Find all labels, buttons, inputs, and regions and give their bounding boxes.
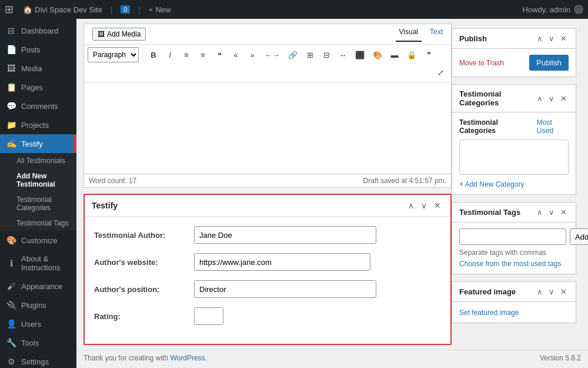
add-media-btn[interactable]: 🖼 Add Media bbox=[92, 28, 146, 41]
insert-btn[interactable]: ⊞ bbox=[303, 47, 317, 62]
sidebar-item-posts[interactable]: 📄 Posts bbox=[0, 40, 76, 59]
align-right-btn[interactable]: ←→ bbox=[262, 47, 283, 62]
add-new-category-link[interactable]: + Add New Category bbox=[459, 180, 524, 188]
author-input[interactable] bbox=[194, 226, 376, 244]
testify-submenu: All Testimonials Add New Testimonial Tes… bbox=[0, 153, 76, 231]
sidebar-item-testimonial-categories[interactable]: Testimonial Categories bbox=[0, 192, 76, 216]
align-left-btn[interactable]: « bbox=[229, 47, 243, 62]
tags-body: Add Separate tags with commas Choose fro… bbox=[452, 223, 576, 274]
quote-btn[interactable]: ❞ bbox=[422, 47, 436, 62]
featured-image-header: Featured image ∧ ∨ ✕ bbox=[452, 282, 576, 302]
tab-visual[interactable]: Visual bbox=[396, 26, 422, 42]
publish-title: Publish bbox=[459, 34, 487, 43]
metabox-header: Testify ∧ ∨ ✕ bbox=[85, 195, 450, 217]
wp-logo-icon[interactable]: ⊞ bbox=[5, 3, 14, 16]
tags-up-btn[interactable]: ∧ bbox=[535, 207, 544, 217]
testify-icon: ✍ bbox=[6, 139, 16, 148]
align-center-btn[interactable]: » bbox=[245, 47, 259, 62]
main-editor-area: 🖼 Add Media Visual Text Paragraph B bbox=[83, 24, 452, 345]
admin-bar: ⊞ 🏠 Divi Space Dev Site | 0 | + New Howd… bbox=[0, 0, 588, 19]
sidebar-item-plugins[interactable]: 🔌 Plugins bbox=[0, 296, 76, 314]
sidebar-item-about[interactable]: ℹ About & Instructions bbox=[0, 250, 76, 277]
set-featured-image-link[interactable]: Set featured image bbox=[459, 309, 519, 317]
hr-btn[interactable]: ▬ bbox=[387, 47, 402, 62]
editor-status-bar: Word count: 17 Draft saved at 4:51:57 pm… bbox=[83, 174, 452, 188]
comments-count[interactable]: 0 bbox=[121, 5, 130, 14]
toolbar-divider-1 bbox=[142, 49, 143, 61]
metabox-close-btn[interactable]: ✕ bbox=[432, 200, 443, 211]
howdy-section[interactable]: Howdy, admin bbox=[523, 5, 583, 14]
add-tag-btn[interactable]: Add bbox=[570, 228, 588, 245]
featured-image-ctrls: ∧ ∨ ✕ bbox=[535, 287, 569, 297]
tags-ctrls: ∧ ∨ ✕ bbox=[535, 207, 569, 217]
cat-tabs: Testimonial Categories Most Used bbox=[459, 118, 569, 135]
cat-up-btn[interactable]: ∧ bbox=[535, 94, 544, 104]
sidebar-item-settings[interactable]: ⚙ Settings bbox=[0, 352, 76, 368]
link-btn[interactable]: 🔗 bbox=[285, 47, 300, 62]
sidebar-item-testimonial-tags[interactable]: Testimonial Tags bbox=[0, 216, 76, 231]
editor-toolbar-wrap: 🖼 Add Media Visual Text Paragraph B bbox=[83, 24, 452, 83]
publish-body: Move to Trash Publish bbox=[452, 49, 576, 77]
sidebar-item-appearance[interactable]: 🖌 Appearance bbox=[0, 277, 76, 296]
bold-btn[interactable]: B bbox=[146, 47, 161, 62]
plus-icon: + bbox=[149, 5, 153, 14]
customize-icon: 🎨 bbox=[6, 236, 16, 245]
cat-close-btn[interactable]: ✕ bbox=[559, 94, 569, 104]
draft-saved: Draft saved at 4:51:57 pm. bbox=[363, 177, 446, 185]
publish-close-btn[interactable]: ✕ bbox=[559, 34, 569, 44]
sidebar-item-projects[interactable]: 📁 Projects bbox=[0, 115, 76, 134]
tags-down-btn[interactable]: ∨ bbox=[547, 207, 556, 217]
choose-tags-link[interactable]: Choose from the most used tags bbox=[459, 260, 561, 268]
expand-btn[interactable]: ⤢ bbox=[433, 65, 447, 80]
sidebar-item-media[interactable]: 🖼 Media bbox=[0, 59, 76, 78]
tag-input[interactable] bbox=[459, 228, 566, 245]
cat-down-btn[interactable]: ∨ bbox=[547, 94, 556, 104]
tags-box: Testimonial Tags ∧ ∨ ✕ Add Separate tags… bbox=[452, 202, 576, 274]
sidebar-item-pages[interactable]: 📋 Pages bbox=[0, 78, 76, 97]
position-input[interactable] bbox=[194, 280, 376, 298]
italic-btn[interactable]: I bbox=[163, 47, 177, 62]
ol-btn[interactable]: ≡ bbox=[196, 47, 210, 62]
sidebar-item-users[interactable]: 👤 Users bbox=[0, 314, 76, 333]
categories-ctrls: ∧ ∨ ✕ bbox=[535, 94, 569, 104]
sidebar-item-all-testimonials[interactable]: All Testimonials bbox=[0, 153, 76, 168]
metabox-up-btn[interactable]: ∧ bbox=[406, 200, 416, 211]
feat-up-btn[interactable]: ∧ bbox=[535, 287, 544, 297]
metabox-down-btn[interactable]: ∨ bbox=[419, 200, 429, 211]
tags-close-btn[interactable]: ✕ bbox=[559, 207, 569, 217]
ul-btn[interactable]: ≡ bbox=[179, 47, 193, 62]
editor-content-area[interactable] bbox=[83, 83, 452, 174]
sidebar-item-add-new[interactable]: Add New Testimonial bbox=[0, 168, 76, 192]
publish-btn[interactable]: Publish bbox=[529, 55, 569, 71]
publish-down-btn[interactable]: ∨ bbox=[547, 34, 556, 44]
cat-tab-most-used[interactable]: Most Used bbox=[537, 118, 569, 135]
paragraph-select[interactable]: Paragraph bbox=[88, 47, 139, 62]
sidebar-item-tools[interactable]: 🔧 Tools bbox=[0, 333, 76, 352]
cat-tab-all[interactable]: Testimonial Categories bbox=[459, 118, 532, 135]
avatar bbox=[574, 5, 583, 14]
publish-box-header: Publish ∧ ∨ ✕ bbox=[452, 29, 576, 49]
website-input[interactable] bbox=[194, 253, 370, 271]
sidebar-item-dashboard[interactable]: ⊟ Dashboard bbox=[0, 21, 76, 40]
rating-input[interactable] bbox=[194, 307, 223, 325]
featured-image-body: Set featured image bbox=[452, 302, 576, 323]
lock-btn[interactable]: 🔒 bbox=[404, 47, 419, 62]
emoji-btn[interactable]: 🎨 bbox=[370, 47, 385, 62]
trash-link[interactable]: Move to Trash bbox=[459, 59, 504, 67]
feat-down-btn[interactable]: ∨ bbox=[547, 287, 556, 297]
new-item-btn[interactable]: + New bbox=[149, 5, 171, 14]
color-btn[interactable]: ⬛ bbox=[352, 47, 368, 62]
sidebar-item-customize[interactable]: 🎨 Customize bbox=[0, 231, 76, 250]
fullscreen-inline-btn[interactable]: ↔ bbox=[336, 47, 350, 62]
blockquote-btn[interactable]: ❝ bbox=[212, 47, 226, 62]
tab-text[interactable]: Text bbox=[426, 26, 446, 42]
remove-btn[interactable]: ⊟ bbox=[319, 47, 333, 62]
tools-icon: 🔧 bbox=[6, 338, 16, 347]
feat-close-btn[interactable]: ✕ bbox=[559, 287, 569, 297]
wordpress-link[interactable]: WordPress bbox=[170, 354, 205, 362]
site-name[interactable]: 🏠 Divi Space Dev Site bbox=[23, 5, 102, 14]
publish-up-btn[interactable]: ∧ bbox=[535, 34, 544, 44]
sidebar-item-comments[interactable]: 💬 Comments bbox=[0, 97, 76, 115]
admin-menu: ⊟ Dashboard 📄 Posts 🖼 Media 📋 Pages 💬 Co… bbox=[0, 19, 76, 368]
sidebar-item-testify[interactable]: ✍ Testify bbox=[0, 134, 76, 153]
